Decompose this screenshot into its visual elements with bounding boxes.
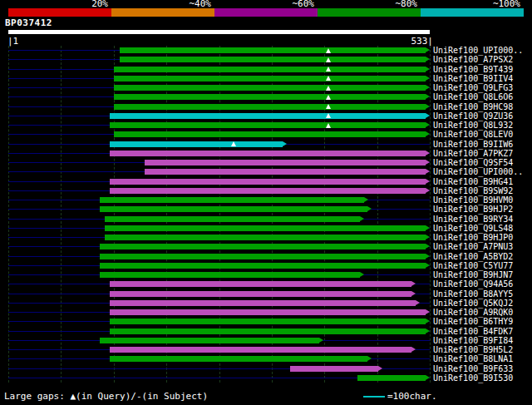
hit-label[interactable]: UniRef100_B9H5L2 [433,346,513,354]
hit-alignment-bar[interactable] [100,338,320,343]
hit-alignment-bar[interactable] [105,225,426,231]
hit-alignment-bar[interactable] [290,366,378,372]
hit-label[interactable]: UniRef100_Q9LFG3 [433,84,513,92]
hit-alignment-bar[interactable] [100,272,360,278]
hit-row: UniRef100_B8AYY5 [0,289,532,299]
hit-row: UniRef100_B9RY34 [0,215,532,224]
hit-label[interactable]: UniRef100_A9RQK0 [433,309,513,317]
scale-legend: =100char. [363,392,437,402]
hit-alignment-bar[interactable] [110,347,411,353]
hit-alignment-bar[interactable] [100,263,426,269]
hit-label[interactable]: UniRef100_A7PSX2 [433,56,513,64]
hit-label[interactable]: UniRef100_B9I530 [433,374,513,383]
hit-alignment-bar[interactable] [110,328,426,334]
bar-arrow-tip [426,309,430,314]
hit-label[interactable]: UniRef100_B9HJP2 [433,205,513,214]
bar-arrow-tip [426,131,430,136]
hit-alignment-bar[interactable] [114,76,426,81]
hit-row: UniRef100_Q9ZU36 [0,111,532,121]
hit-alignment-bar[interactable] [110,281,411,287]
hit-label[interactable]: UniRef100_B9FI84 [433,337,513,345]
hit-label[interactable]: UniRef100_B6THY9 [433,318,513,326]
hit-label[interactable]: UniRef100_Q8L6O6 [433,93,513,101]
hit-alignment-bar[interactable] [114,67,426,72]
hit-alignment-bar[interactable] [110,188,426,194]
hit-alignment-bar[interactable] [120,57,426,62]
hit-alignment-bar[interactable] [110,300,416,306]
bar-arrow-tip [426,94,430,99]
hit-alignment-bar[interactable] [114,94,426,100]
hit-alignment-bar[interactable] [100,206,368,212]
hit-alignment-bar[interactable] [110,356,367,362]
hit-alignment-bar[interactable] [110,291,411,297]
hit-label[interactable]: UniRef100_UPI000.. [433,168,523,176]
hit-label[interactable]: UniRef100_A5BYD2 [433,253,513,261]
hit-alignment-bar[interactable] [100,244,426,249]
hit-alignment-bar[interactable] [145,160,426,165]
hit-label[interactable]: UniRef100_B9HJP0 [433,234,513,242]
bar-arrow-tip [367,206,372,211]
hit-label[interactable]: UniRef100_Q8L932 [433,121,513,130]
bar-arrow-tip [411,347,416,352]
hit-alignment-bar[interactable] [114,85,426,91]
hit-row: UniRef100_A7PSX2 [0,55,532,64]
hit-alignment-bar[interactable] [145,169,426,175]
hit-label[interactable]: UniRef100_B4FDK7 [433,328,513,336]
hit-row: UniRef100_Q9LS48 [0,224,532,233]
hit-alignment-bar[interactable] [110,309,426,315]
identity-key-segment [318,8,421,17]
hit-alignment-bar[interactable] [114,131,426,137]
hit-label[interactable]: UniRef100_B8LNA1 [433,355,513,363]
hit-row: UniRef100_A9RQK0 [0,308,532,317]
hit-label[interactable]: UniRef100_B9F633 [433,365,513,373]
hit-row: UniRef100_A5BYD2 [0,252,532,261]
hit-label[interactable]: UniRef100_B9HVM0 [433,196,513,205]
hit-label[interactable]: UniRef100_UPI000.. [433,47,523,55]
hit-alignment-bar[interactable] [105,216,360,222]
hit-label[interactable]: UniRef100_Q9ZU36 [433,112,513,121]
hit-label[interactable]: UniRef100_Q94A56 [433,280,513,289]
hit-label[interactable]: UniRef100_B9IIV4 [433,75,513,83]
hit-row: UniRef100_B9IIW6 [0,140,532,149]
hit-alignment-bar[interactable] [120,47,426,53]
hit-label[interactable]: UniRef100_Q9SF54 [433,159,513,167]
hit-label[interactable]: UniRef100_B9HC98 [433,103,513,111]
hit-row: UniRef100_B9H5L2 [0,345,532,354]
scale-legend-text: =100char. [387,392,437,402]
identity-key-segment [421,8,524,17]
hit-row: UniRef100_Q8L932 [0,121,532,130]
hit-alignment-bar[interactable] [100,197,364,203]
hit-label[interactable]: UniRef100_C5YU77 [433,262,513,270]
hit-alignment-bar[interactable] [110,179,426,185]
hit-label[interactable]: UniRef100_B8AYY5 [433,290,513,299]
hit-label[interactable]: UniRef100_B9HJN7 [433,271,513,279]
hit-alignment-bar[interactable] [100,254,426,259]
hit-alignment-bar[interactable] [114,104,426,110]
bar-arrow-tip [426,244,430,249]
hit-label[interactable]: UniRef100_B9RY34 [433,215,513,224]
hit-label[interactable]: UniRef100_B9HG41 [433,178,513,186]
gaps-legend: Large gaps: ▲(in Query)/-(in Subject) [4,392,208,402]
hit-row: UniRef100_Q94A56 [0,279,532,289]
hit-label[interactable]: UniRef100_Q9LS48 [433,225,513,233]
hit-alignment-bar[interactable] [110,319,426,324]
query-bar [8,30,430,34]
bar-arrow-tip [416,300,420,305]
hit-alignment-bar[interactable] [110,122,426,128]
hit-label[interactable]: UniRef100_B9SW92 [433,187,513,195]
hit-alignment-bar[interactable] [110,151,426,156]
hit-label[interactable]: UniRef100_A7PKZ7 [433,150,513,158]
hit-label[interactable]: UniRef100_B9T439 [433,66,513,74]
hit-alignment-bar[interactable] [357,375,426,381]
hit-label[interactable]: UniRef100_A7PNU3 [433,243,513,251]
bar-arrow-tip [426,67,430,72]
alignment-plot: UniRef100_UPI000..UniRef100_A7PSX2UniRef… [0,46,532,383]
hit-label[interactable]: UniRef100_B9IIW6 [433,141,513,149]
hit-label[interactable]: UniRef100_Q5KQJ2 [433,299,513,308]
hit-alignment-bar[interactable] [110,141,283,147]
bar-arrow-tip [411,291,416,296]
hit-alignment-bar[interactable] [110,113,426,119]
hit-alignment-bar[interactable] [105,235,426,240]
hit-row: UniRef100_C5YU77 [0,261,532,270]
hit-label[interactable]: UniRef100_Q8LEV0 [433,131,513,139]
